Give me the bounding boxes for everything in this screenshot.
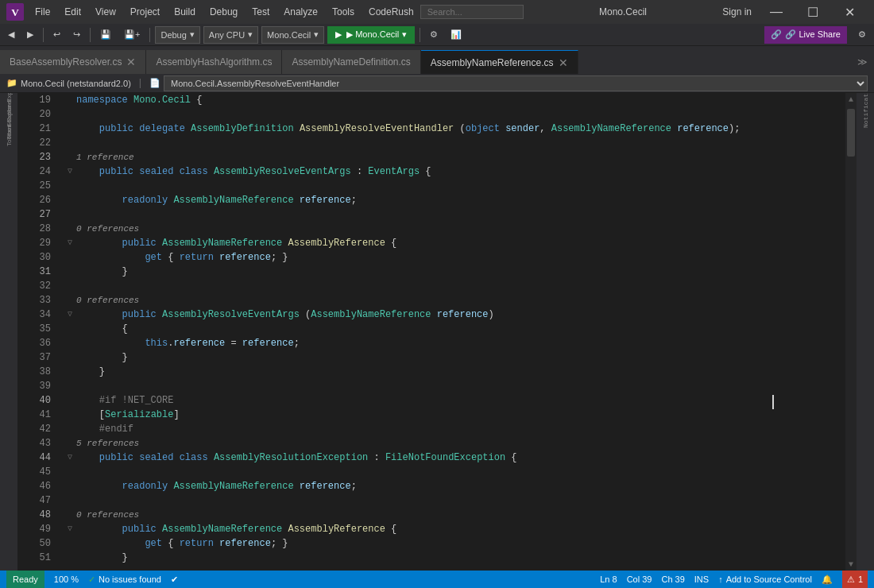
menu-test[interactable]: Test [246, 5, 276, 19]
toolbar-extensions-button[interactable]: ⚙ [853, 28, 871, 41]
title-search-input[interactable] [420, 5, 524, 19]
title-bar: V File Edit View Project Build Debug Tes… [0, 0, 874, 24]
menu-edit[interactable]: Edit [58, 5, 87, 19]
tab-scroll-right[interactable]: ≫ [850, 50, 874, 74]
file-icon: 📄 [149, 78, 160, 88]
fold-btn-23[interactable]: ▽ [64, 164, 76, 179]
code-line-28: get { return reference; } [64, 250, 845, 265]
code-line-22 [64, 136, 845, 150]
menu-bar: File Edit View Project Build Debug Test … [29, 5, 420, 19]
menu-view[interactable]: View [89, 5, 122, 19]
member-dropdown[interactable]: Mono.Cecil.AssemblyResolveEventHandler [164, 75, 868, 91]
solution-icon: 📁 [6, 78, 17, 88]
toolbar-diag-button[interactable]: 📊 [446, 28, 466, 41]
fold-btn-27[interactable]: ▽ [64, 236, 76, 250]
status-source-control[interactable]: ↑ Add to Source Control [718, 571, 812, 588]
editor-area: 19 20 21 22 23 24 25 26 27 28 29 30 31 3… [17, 93, 857, 571]
status-bell[interactable]: 🔔 [822, 571, 833, 588]
live-share-button[interactable]: 🔗 🔗 Live Share [764, 26, 847, 44]
menu-analyze[interactable]: Analyze [277, 5, 324, 19]
code-line-30 [64, 279, 845, 293]
toolbar: ◀ ▶ ↩ ↪ 💾 💾+ Debug ▾ Any CPU ▾ Mono.Ceci… [0, 24, 874, 46]
status-zoom[interactable]: 100 % [54, 574, 79, 584]
status-col: Col 39 [627, 571, 652, 588]
ref-hint-31: 0 references [64, 293, 845, 308]
code-line-37: #if !NET_CORE [64, 393, 845, 408]
maximize-button[interactable]: ☐ [795, 0, 831, 24]
toolbar-back-button[interactable]: ◀ [3, 28, 19, 41]
toolbar-undo-button[interactable]: ↩ [48, 28, 65, 41]
minimap-scrollbar[interactable]: ▲ ▼ [845, 93, 857, 571]
tab-base-assembly-resolver[interactable]: BaseAssemblyResolver.cs ✕ [0, 50, 146, 74]
tab-bar: BaseAssemblyResolver.cs ✕ AssemblyHashAl… [0, 46, 874, 74]
tab-close-icon[interactable]: ✕ [126, 56, 136, 68]
fold-btn-31[interactable]: ▽ [64, 308, 76, 322]
code-content[interactable]: namespace Mono.Cecil { public delegate A… [57, 93, 845, 571]
fold-btn-40[interactable]: ▽ [64, 451, 76, 465]
toolbar-save-button[interactable]: 💾 [95, 28, 116, 41]
status-error[interactable]: ⚠ 1 [842, 571, 868, 588]
scroll-up-arrow[interactable]: ▲ [847, 95, 855, 104]
fold-btn-44[interactable]: ▽ [64, 522, 76, 536]
code-line-26 [64, 207, 845, 222]
code-line-19: namespace Mono.Cecil { [64, 93, 845, 107]
title-right: Sign in — ☐ ✕ [722, 0, 868, 24]
toolbar-redo-button[interactable]: ↪ [68, 28, 85, 41]
notifications-icon[interactable]: Notifications [858, 96, 872, 110]
status-bar: Ready 100 % ✓ No issues found ✔ Ln 8 Col… [0, 571, 874, 588]
toolbar-save-all-button[interactable]: 💾+ [119, 28, 145, 41]
tab-close-active-icon[interactable]: ✕ [559, 56, 568, 69]
close-button[interactable]: ✕ [831, 0, 868, 24]
code-line-39: #endif [64, 422, 845, 436]
menu-file[interactable]: File [29, 5, 56, 19]
tab-assembly-name-def[interactable]: AssemblyNameDefinition.cs [282, 50, 420, 74]
tab-label: AssemblyHashAlgorithm.cs [156, 56, 272, 68]
code-line-41 [64, 465, 845, 479]
code-line-34: } [64, 350, 845, 365]
sign-in-button[interactable]: Sign in [722, 6, 752, 17]
tab-label: AssemblyNameDefinition.cs [292, 56, 410, 68]
menu-project[interactable]: Project [124, 5, 166, 19]
status-check-icon[interactable]: ✔ [171, 574, 178, 585]
toolbar-attach-button[interactable]: ⚙ [425, 28, 443, 41]
checkmark-icon: ✓ [88, 574, 95, 585]
menu-coderush[interactable]: CodeRush [362, 5, 420, 19]
toolbox-icon[interactable]: Toolbox [2, 128, 16, 142]
code-line-35: } [64, 365, 845, 379]
vs-logo: V [6, 3, 24, 21]
svg-text:V: V [11, 6, 19, 18]
scroll-down-arrow[interactable]: ▼ [847, 559, 855, 569]
project-dropdown[interactable]: Mono.Cecil ▾ [261, 26, 324, 44]
project-path: Mono.Cecil (netstandard2.0) [21, 79, 131, 88]
menu-build[interactable]: Build [168, 5, 202, 19]
code-line-29: } [64, 265, 845, 279]
code-line-25: readonly AssemblyNameReference reference… [64, 193, 845, 207]
ref-hint-23: 1 reference [64, 150, 845, 164]
code-line-47 [64, 565, 845, 571]
code-line-40: ▽ public sealed class AssemblyResolution… [64, 451, 845, 465]
code-line-24 [64, 179, 845, 193]
tab-assembly-hash[interactable]: AssemblyHashAlgorithm.cs [146, 50, 282, 74]
status-issues[interactable]: ✓ No issues found [88, 574, 161, 585]
run-button[interactable]: ▶ ▶ Mono.Cecil ▾ [327, 26, 415, 44]
toolbar-sep-2 [90, 28, 91, 42]
code-line-23: ▽ public sealed class AssemblyResolveEve… [64, 164, 845, 179]
cursor [772, 395, 774, 409]
toolbar-forward-button[interactable]: ▶ [22, 28, 38, 41]
status-ready: Ready [6, 571, 44, 588]
code-line-32: { [64, 322, 845, 336]
tab-assembly-name-ref[interactable]: AssemblyNameReference.cs ✕ [421, 50, 578, 74]
main-area: Solution Explorer Team Explorer Toolbox … [0, 93, 874, 571]
status-ins: INS [694, 571, 709, 588]
menu-tools[interactable]: Tools [326, 5, 361, 19]
code-line-21: public delegate AssemblyDefinition Assem… [64, 122, 845, 136]
minimize-button[interactable]: — [758, 0, 795, 24]
ref-hint-27: 0 references [64, 222, 845, 236]
menu-debug[interactable]: Debug [203, 5, 244, 19]
cpu-dropdown[interactable]: Any CPU ▾ [203, 26, 258, 44]
debug-config-dropdown[interactable]: Debug ▾ [155, 26, 199, 44]
scroll-thumb[interactable] [847, 109, 855, 157]
code-line-27: ▽ public AssemblyNameReference AssemblyR… [64, 236, 845, 250]
status-ch: Ch 39 [661, 571, 684, 588]
live-share-icon: 🔗 [771, 29, 782, 40]
